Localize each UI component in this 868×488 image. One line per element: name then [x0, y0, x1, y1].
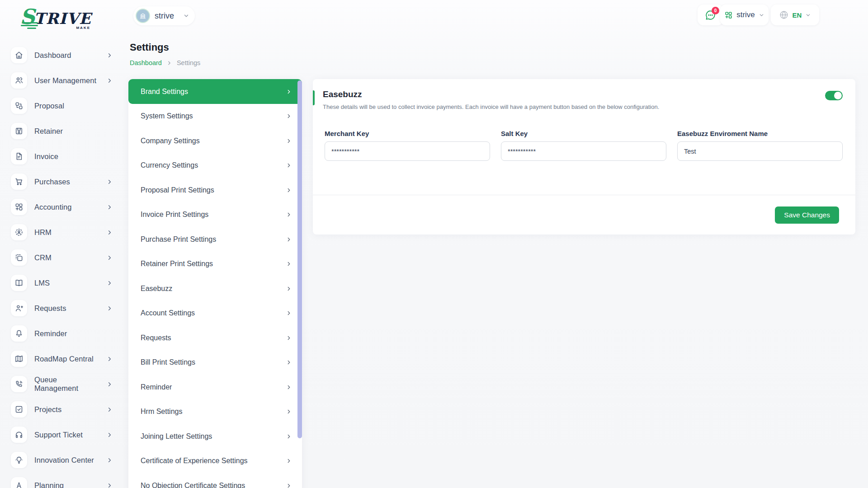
- settings-menu-item-no-objection-certificate-settings[interactable]: No Objection Certificate Settings: [128, 474, 302, 488]
- home-icon: [11, 47, 27, 63]
- sidebar-item-label: Projects: [34, 405, 99, 414]
- check-square-icon: [11, 401, 27, 418]
- chevron-right-icon: [286, 236, 292, 243]
- easebuzz-enabled-toggle[interactable]: [825, 91, 843, 100]
- sidebar-item-label: User Management: [34, 76, 99, 85]
- language-code: EN: [793, 11, 802, 19]
- settings-menu-item-reminder[interactable]: Reminder: [128, 375, 302, 400]
- sidebar-item-label: CRM: [34, 253, 99, 262]
- settings-menu-item-account-settings[interactable]: Account Settings: [128, 301, 302, 326]
- chat-button[interactable]: 0: [698, 5, 723, 25]
- chevron-right-icon: [286, 286, 292, 292]
- chevron-down-icon: [805, 12, 811, 18]
- sidebar-item-user-management[interactable]: User Management: [11, 68, 118, 93]
- chevron-right-icon: [106, 406, 113, 413]
- salt-key-field: Salt Key: [501, 130, 666, 161]
- menu-item-label: Reminder: [141, 383, 286, 391]
- workspace-name: strive: [155, 11, 179, 21]
- sidebar-item-reminder[interactable]: Reminder: [11, 321, 118, 346]
- chevron-right-icon: [286, 408, 292, 415]
- settings-menu-item-hrm-settings[interactable]: Hrm Settings: [128, 399, 302, 424]
- settings-menu-item-easebuzz[interactable]: Easebuzz: [128, 277, 302, 301]
- settings-menu-item-currency-settings[interactable]: Currency Settings: [128, 153, 302, 178]
- menu-item-label: Joining Letter Settings: [141, 432, 286, 441]
- environment-name-input[interactable]: [677, 141, 843, 161]
- workspace-selector[interactable]: strive: [133, 6, 195, 25]
- sidebar-item-label: Accounting: [34, 203, 99, 211]
- environment-name-label: Easebuzz Enviroment Name: [677, 130, 843, 137]
- settings-menu-item-requests[interactable]: Requests: [128, 326, 302, 351]
- chevron-right-icon: [106, 229, 113, 236]
- chevron-right-icon: [106, 305, 113, 312]
- settings-menu-item-system-settings[interactable]: System Settings: [128, 104, 302, 129]
- chevron-right-icon: [286, 335, 292, 341]
- sidebar-item-retainer[interactable]: Retainer: [11, 118, 118, 144]
- sidebar-item-dashboard[interactable]: Dashboard: [11, 42, 118, 68]
- save-changes-button[interactable]: Save Changes: [775, 206, 839, 224]
- menu-item-label: Retainer Print Settings: [141, 260, 286, 268]
- sidebar-item-label: Queue Management: [34, 375, 99, 393]
- settings-menu-item-purchase-print-settings[interactable]: Purchase Print Settings: [128, 227, 302, 252]
- settings-menu-item-certificate-of-experience-settings[interactable]: Certificate of Experience Settings: [128, 449, 302, 474]
- merchant-key-input[interactable]: [325, 141, 490, 161]
- sidebar-item-proposal[interactable]: Proposal: [11, 93, 118, 118]
- chevron-right-icon: [166, 60, 172, 66]
- sidebar-item-label: LMS: [34, 279, 99, 287]
- sidebar-item-label: Planning: [34, 481, 99, 488]
- sidebar-item-support-ticket[interactable]: Support Ticket: [11, 422, 118, 447]
- chevron-right-icon: [106, 204, 113, 211]
- sidebar-item-label: Requests: [34, 304, 99, 313]
- sidebar-item-label: Reminder: [34, 329, 99, 338]
- chevron-right-icon: [106, 254, 113, 261]
- sidebar-item-planning[interactable]: Planning: [11, 473, 118, 488]
- chevron-right-icon: [286, 359, 292, 366]
- logo-speed-lines: [21, 25, 38, 26]
- sidebar-item-queue-management[interactable]: Queue Management: [11, 371, 118, 397]
- sidebar-item-requests[interactable]: Requests: [11, 296, 118, 321]
- chevron-right-icon: [106, 52, 113, 59]
- sidebar-item-hrm[interactable]: HRM: [11, 220, 118, 245]
- settings-menu-item-proposal-print-settings[interactable]: Proposal Print Settings: [128, 178, 302, 203]
- sidebar-item-roadmap-central[interactable]: RoadMap Central: [11, 346, 118, 371]
- chevron-right-icon: [286, 384, 292, 390]
- breadcrumb-dashboard-link[interactable]: Dashboard: [130, 59, 162, 66]
- menu-item-label: Bill Print Settings: [141, 358, 286, 366]
- chevron-right-icon: [106, 457, 113, 464]
- org-switcher-button[interactable]: strive: [720, 5, 769, 25]
- menu-item-label: Proposal Print Settings: [141, 186, 286, 194]
- settings-menu-item-retainer-print-settings[interactable]: Retainer Print Settings: [128, 252, 302, 277]
- toggle-knob: [834, 92, 842, 99]
- chevron-right-icon: [106, 356, 113, 362]
- sidebar-item-accounting[interactable]: Accounting: [11, 194, 118, 220]
- environment-name-field: Easebuzz Enviroment Name: [677, 130, 843, 161]
- chevron-down-icon: [183, 13, 189, 19]
- sidebar-item-invoice[interactable]: Invoice: [11, 144, 118, 169]
- sidebar-item-projects[interactable]: Projects: [11, 397, 118, 422]
- settings-menu-scrollbar[interactable]: [297, 80, 302, 438]
- menu-item-label: Currency Settings: [141, 161, 286, 169]
- settings-menu-item-brand-settings[interactable]: Brand Settings: [128, 79, 302, 104]
- settings-menu-item-invoice-print-settings[interactable]: Invoice Print Settings: [128, 202, 302, 227]
- settings-menu-item-bill-print-settings[interactable]: Bill Print Settings: [128, 350, 302, 375]
- sidebar-item-label: RoadMap Central: [34, 355, 99, 363]
- language-selector[interactable]: EN: [771, 5, 819, 25]
- logo-tagline: MAKE: [76, 26, 90, 30]
- sidebar-item-purchases[interactable]: Purchases: [11, 169, 118, 194]
- menu-item-label: Company Settings: [141, 137, 286, 145]
- strive-logo[interactable]: STRIVE MAKE: [20, 5, 91, 28]
- settings-menu-item-company-settings[interactable]: Company Settings: [128, 129, 302, 154]
- sidebar-item-label: Proposal: [34, 102, 99, 110]
- sidebar-item-label: HRM: [34, 228, 99, 237]
- sidebar-item-label: Innovation Center: [34, 456, 99, 465]
- letter-a-icon: [11, 477, 27, 488]
- lightbulb-icon: [11, 452, 27, 468]
- sidebar-item-innovation-center[interactable]: Innovation Center: [11, 447, 118, 473]
- chevron-right-icon: [286, 458, 292, 464]
- chevron-right-icon: [286, 162, 292, 169]
- easebuzz-form: Merchant Key Salt Key Easebuzz Enviromen…: [325, 130, 843, 161]
- menu-item-label: Easebuzz: [141, 285, 286, 293]
- sidebar-item-lms[interactable]: LMS: [11, 270, 118, 296]
- sidebar-item-crm[interactable]: CRM: [11, 245, 118, 270]
- settings-menu-item-joining-letter-settings[interactable]: Joining Letter Settings: [128, 424, 302, 449]
- salt-key-input[interactable]: [501, 141, 666, 161]
